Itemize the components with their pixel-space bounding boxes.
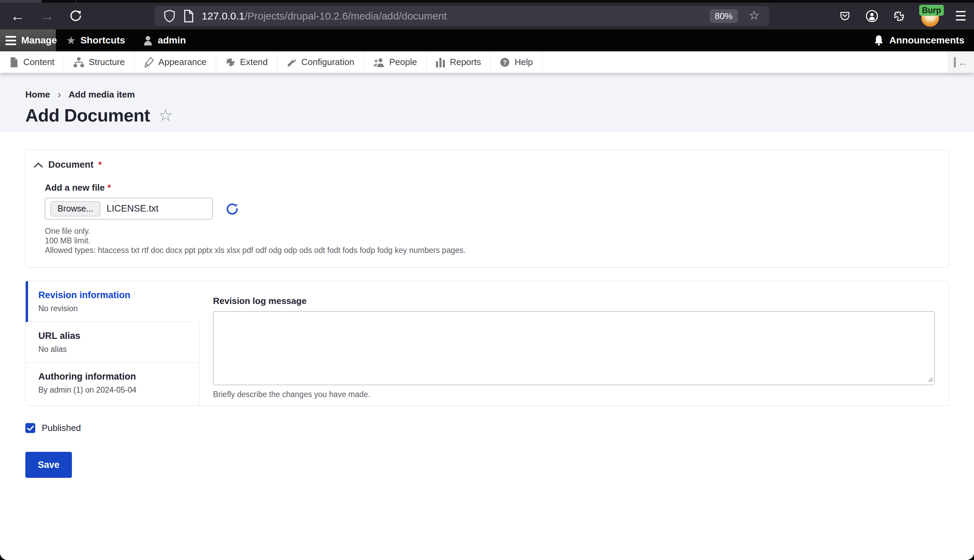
burp-extension-icon[interactable]: Burp [919, 5, 941, 27]
tab-title: URL alias [38, 331, 191, 341]
page-info-icon[interactable] [183, 10, 194, 23]
toolbar-right-icons: Burp ☰ [839, 3, 966, 30]
url-path: /Projects/drupal-10.2.6/media/add/docume… [244, 10, 446, 22]
save-button[interactable]: Save [25, 452, 72, 478]
tab-summary: No revision [38, 304, 191, 313]
menu-item-reports[interactable]: Reports [426, 51, 490, 73]
document-legend[interactable]: Document * [34, 160, 929, 170]
back-icon[interactable]: ← [10, 9, 25, 23]
file-help-text: One file only. 100 MB limit. Allowed typ… [45, 226, 929, 255]
page-title: Add Document [25, 105, 150, 126]
menu-label: Reports [449, 57, 481, 67]
manage-hamburger-icon [5, 36, 16, 45]
tab-url-alias[interactable]: URL alias No alias [26, 322, 199, 363]
nav-buttons: ← → [0, 9, 82, 23]
required-marker: * [98, 160, 102, 170]
sitemap-icon [73, 57, 84, 68]
chevron-up-icon [34, 162, 43, 168]
admin-user-tab[interactable]: admin [143, 35, 185, 46]
textarea-resize-handle[interactable] [927, 376, 933, 383]
revision-log-label: Revision log message [213, 296, 935, 307]
forward-icon[interactable]: → [40, 9, 54, 23]
menu-hamburger-icon[interactable]: ☰ [955, 8, 966, 23]
ajax-spinner-icon [226, 202, 239, 215]
zoom-level-badge[interactable]: 80% [710, 9, 738, 23]
bookmark-star-icon[interactable]: ☆ [748, 8, 760, 23]
revision-information-panel: Revision log message Briefly describe th… [199, 282, 948, 405]
menu-item-content[interactable]: Content [0, 51, 64, 73]
menu-label: Appearance [159, 57, 207, 67]
help-line: 100 MB limit. [45, 236, 929, 245]
manage-label: Manage [21, 35, 57, 46]
file-icon [9, 57, 19, 68]
toolbar-orientation-toggle[interactable]: ← [948, 51, 974, 73]
help-line: One file only. [45, 226, 929, 236]
manage-tab[interactable]: Manage [0, 30, 56, 51]
breadcrumb-home-link[interactable]: Home [25, 89, 50, 100]
pocket-icon[interactable] [839, 10, 851, 23]
menu-item-extend[interactable]: Extend [216, 51, 277, 73]
document-fieldset: Document * Add a new file * Browse... LI… [25, 150, 949, 268]
breadcrumb-current: Add media item [68, 89, 135, 100]
vertical-tabs-menu: Revision information No revision URL ali… [26, 282, 199, 405]
wrench-icon [287, 57, 297, 67]
shield-icon[interactable] [164, 10, 176, 23]
toggle-bar-icon [954, 57, 956, 67]
svg-text:?: ? [503, 59, 507, 66]
file-field-label-text: Add a new file [45, 182, 105, 193]
browser-toolbar: ← → 127.0.0.1/Projects/drupal-10.2.6/med… [0, 3, 974, 30]
menu-label: Extend [240, 57, 268, 67]
published-checkbox[interactable] [25, 423, 35, 433]
revision-log-description: Briefly describe the changes you have ma… [213, 390, 935, 399]
revision-log-textarea[interactable] [213, 311, 935, 385]
paintbrush-icon [144, 57, 154, 68]
file-upload-row: Browse... LICENSE.txt [45, 198, 929, 219]
file-input[interactable]: Browse... LICENSE.txt [45, 198, 213, 219]
help-icon: ? [500, 57, 510, 67]
extensions-puzzle-icon[interactable] [892, 10, 906, 23]
tab-summary: No alias [38, 345, 191, 354]
menu-label: Configuration [301, 57, 354, 67]
page: Home › Add media item Add Document ☆ Doc… [0, 73, 974, 560]
breadcrumb: Home › Add media item [25, 89, 974, 100]
url-text: 127.0.0.1/Projects/drupal-10.2.6/media/a… [202, 10, 446, 22]
shortcuts-label: Shortcuts [80, 35, 125, 46]
menu-item-help[interactable]: ? Help [490, 51, 542, 73]
breadcrumb-separator: › [58, 89, 61, 100]
browser-window: ← → 127.0.0.1/Projects/drupal-10.2.6/med… [0, 0, 974, 560]
bell-icon [873, 35, 884, 46]
selected-filename: LICENSE.txt [107, 203, 159, 214]
browse-button[interactable]: Browse... [50, 201, 100, 216]
announcements-tab[interactable]: Announcements [873, 35, 964, 46]
menu-item-appearance[interactable]: Appearance [135, 51, 216, 73]
menu-label: People [389, 57, 417, 67]
user-icon [143, 35, 153, 46]
title-row: Add Document ☆ [25, 105, 974, 126]
tab-strip [0, 0, 974, 3]
toggle-arrow-icon: ← [957, 57, 969, 68]
menu-item-structure[interactable]: Structure [64, 51, 135, 73]
drupal-admin-toolbar: Manage ★ Shortcuts admin Announcements [0, 30, 974, 51]
help-line: Allowed types: htaccess txt rtf doc docx… [45, 245, 929, 255]
tab-revision-information[interactable]: Revision information No revision [26, 282, 199, 322]
tab-title: Revision information [38, 290, 191, 300]
published-label: Published [42, 423, 81, 433]
drupal-menu-bar: Content Structure Appearance Extend Conf… [0, 51, 974, 73]
menu-item-configuration[interactable]: Configuration [277, 51, 364, 73]
tab-authoring-information[interactable]: Authoring information By admin (1) on 20… [26, 363, 199, 403]
active-tab-sliver[interactable] [0, 0, 42, 3]
vertical-tabs: Revision information No revision URL ali… [25, 281, 949, 406]
title-star-icon[interactable]: ☆ [158, 107, 173, 123]
url-bar[interactable]: 127.0.0.1/Projects/drupal-10.2.6/media/a… [154, 6, 769, 26]
shortcuts-tab[interactable]: ★ Shortcuts [66, 35, 125, 46]
tab-title: Authoring information [38, 372, 191, 382]
menu-item-people[interactable]: People [364, 51, 426, 73]
document-legend-label: Document [48, 160, 94, 170]
extension-badge: Burp [919, 5, 944, 16]
menu-label: Structure [89, 57, 125, 67]
reload-icon[interactable] [69, 10, 82, 23]
page-header: Home › Add media item Add Document ☆ [0, 73, 974, 132]
admin-user-label: admin [157, 35, 185, 46]
account-icon[interactable] [865, 9, 879, 23]
puzzle-icon [226, 57, 236, 67]
